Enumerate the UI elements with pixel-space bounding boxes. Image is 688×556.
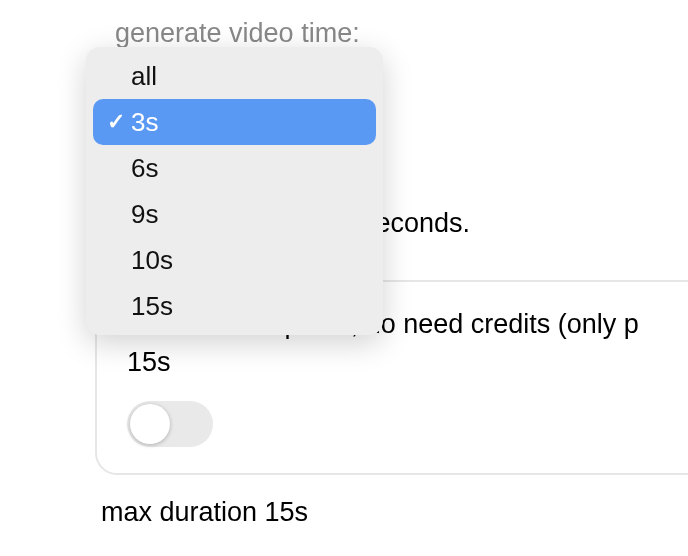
video-time-label: generate video time:: [115, 18, 360, 49]
option-label: 10s: [131, 245, 173, 276]
option-label: all: [131, 61, 157, 92]
toggle-knob: [130, 404, 170, 444]
video-time-option[interactable]: ✓9s: [93, 191, 376, 237]
relax-queue-line2: 15s: [127, 344, 683, 380]
video-time-dropdown[interactable]: ✓all✓3s✓6s✓9s✓10s✓15s: [86, 47, 383, 335]
checkmark-icon: ✓: [103, 109, 129, 135]
video-time-option[interactable]: ✓6s: [93, 145, 376, 191]
option-label: 9s: [131, 199, 158, 230]
option-label: 6s: [131, 153, 158, 184]
option-label: 15s: [131, 291, 173, 322]
option-label: 3s: [131, 107, 158, 138]
video-time-option[interactable]: ✓10s: [93, 237, 376, 283]
max-duration-label: max duration 15s: [101, 497, 308, 528]
video-time-option[interactable]: ✓all: [93, 53, 376, 99]
video-time-option[interactable]: ✓3s: [93, 99, 376, 145]
video-time-option[interactable]: ✓15s: [93, 283, 376, 329]
relax-queue-toggle[interactable]: [127, 401, 213, 447]
